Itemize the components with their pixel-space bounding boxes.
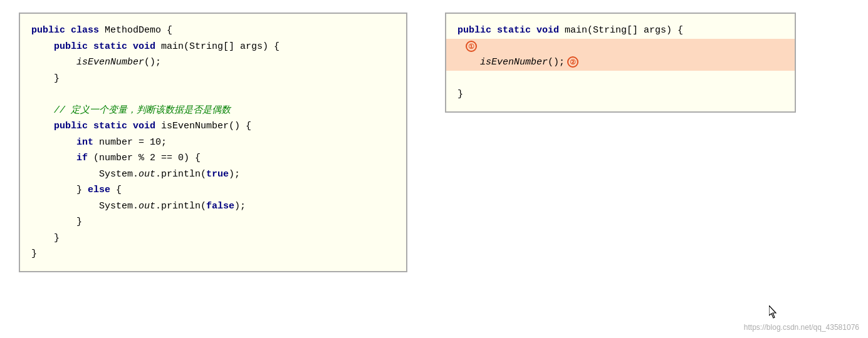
code-line-7: public static void isEvenNumber() { [31, 118, 395, 135]
code-line-13: } [31, 214, 395, 230]
code-line-6: // 定义一个变量，判断该数据是否是偶数 [31, 103, 395, 119]
code-line-8: int number = 10; [31, 135, 395, 151]
badge-1: ① [466, 41, 477, 52]
code-line-4: } [31, 71, 395, 87]
code-line-1: public class MethodDemo { [31, 23, 395, 39]
code-line-15: } [31, 246, 395, 262]
code-line-11: } else { [31, 182, 395, 198]
right-code-line-2: ① [446, 39, 795, 55]
code-line-9: if (number % 2 == 0) { [31, 150, 395, 166]
code-line-14: } [31, 230, 395, 247]
right-code-box: public static void main(String[] args) {… [445, 13, 796, 113]
svg-marker-0 [769, 305, 776, 318]
right-code-line-1: public static void main(String[] args) { [458, 23, 783, 39]
code-line-3: isEvenNumber(); [31, 54, 395, 71]
left-code-box: public class MethodDemo { public static … [19, 13, 407, 272]
right-code-line-3: isEvenNumber();② [446, 54, 795, 71]
watermark: https://blog.csdn.net/qq_43581076 [744, 323, 859, 332]
code-line-10: System.out.println(true); [31, 166, 395, 183]
right-code-line-4 [458, 71, 783, 87]
badge-2: ② [567, 56, 578, 68]
right-code-line-5: } [458, 86, 783, 103]
code-line-5 [31, 86, 395, 103]
mouse-cursor [769, 305, 780, 319]
code-line-2: public static void main(String[] args) { [31, 39, 395, 55]
code-line-12: System.out.println(false); [31, 198, 395, 215]
